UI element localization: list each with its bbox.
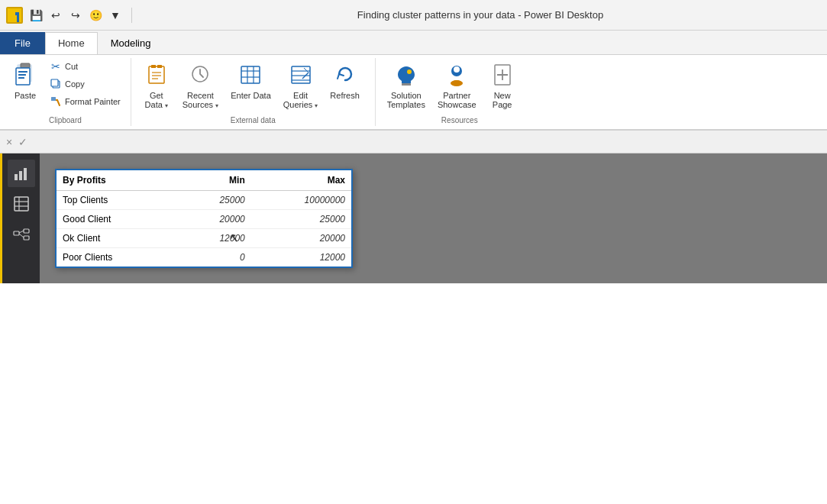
refresh-button[interactable]: Refresh xyxy=(325,58,365,104)
svg-rect-31 xyxy=(402,83,411,86)
svg-rect-46 xyxy=(14,231,19,235)
main-canvas[interactable]: By Profits Min Max Top Clients 25000 100… xyxy=(40,153,827,283)
copy-icon xyxy=(50,78,62,90)
edit-queries-icon xyxy=(287,62,315,89)
ribbon-group-external-data: GetData ▾ RecentSources ▾ xyxy=(131,58,376,126)
svg-point-35 xyxy=(451,80,463,86)
svg-rect-39 xyxy=(15,174,18,180)
paste-button[interactable]: Paste xyxy=(6,58,44,104)
get-data-button[interactable]: GetData ▾ xyxy=(137,58,176,113)
new-page-button[interactable]: NewPage xyxy=(483,58,522,113)
clipboard-group-label: Clipboard xyxy=(6,113,124,126)
svg-rect-21 xyxy=(241,66,260,83)
recent-sources-button[interactable]: RecentSources ▾ xyxy=(177,58,224,113)
solution-templates-button[interactable]: SolutionTemplates xyxy=(382,58,431,113)
cut-button[interactable]: ✂ Cut xyxy=(46,58,124,75)
svg-rect-42 xyxy=(15,197,28,211)
formula-accept-button[interactable]: ✓ xyxy=(18,136,27,148)
svg-rect-7 xyxy=(18,74,26,76)
cell-by-profits: Top Clients xyxy=(57,191,169,210)
external-data-content: GetData ▾ RecentSources ▾ xyxy=(137,58,369,113)
ribbon-group-clipboard: Paste ✂ Cut Copy xyxy=(0,58,131,126)
cell-min: 12000 xyxy=(169,229,251,248)
paste-icon xyxy=(11,62,39,89)
svg-rect-11 xyxy=(51,97,56,101)
partner-showcase-icon xyxy=(443,62,470,89)
table-row[interactable]: Good Client 20000 25000 xyxy=(57,210,351,229)
svg-rect-26 xyxy=(292,66,310,83)
quick-access-toolbar: 💾 ↩ ↪ 🙂 ▼ xyxy=(27,7,124,24)
get-data-label: GetData ▾ xyxy=(145,91,168,109)
ribbon-group-resources: SolutionTemplates PartnerShowcase xyxy=(376,58,544,126)
undo-button[interactable]: ↩ xyxy=(47,7,64,24)
app-logo xyxy=(6,7,23,24)
copy-button[interactable]: Copy xyxy=(46,76,124,92)
svg-rect-4 xyxy=(21,63,30,68)
format-painter-icon xyxy=(50,95,62,108)
solution-templates-icon xyxy=(393,62,420,89)
cell-by-profits: Good Client xyxy=(57,210,169,229)
recent-sources-label: RecentSources ▾ xyxy=(183,91,218,109)
data-table[interactable]: By Profits Min Max Top Clients 25000 100… xyxy=(55,169,353,268)
window-title: Finding cluster patterns in your data - … xyxy=(140,9,821,21)
recent-sources-dropdown-arrow: ▾ xyxy=(215,102,218,109)
tab-file[interactable]: File xyxy=(0,32,45,54)
cell-min: 0 xyxy=(169,248,251,267)
cell-min: 20000 xyxy=(169,210,251,229)
customize-button[interactable]: ▼ xyxy=(107,7,124,24)
sidebar-item-relationship[interactable] xyxy=(8,221,35,248)
column-header-min: Min xyxy=(169,170,251,191)
svg-rect-15 xyxy=(151,65,156,68)
edit-queries-label: EditQueries ▾ xyxy=(283,91,318,109)
table-row[interactable]: Ok Client 12000 20000 ↖ xyxy=(57,229,351,248)
sidebar-item-report[interactable] xyxy=(8,160,35,187)
emoji-button[interactable]: 🙂 xyxy=(87,7,104,24)
redo-button[interactable]: ↪ xyxy=(67,7,84,24)
cut-icon: ✂ xyxy=(50,60,62,73)
format-painter-label: Format Painter xyxy=(65,97,121,106)
svg-rect-2 xyxy=(13,15,17,22)
enter-data-button[interactable]: Enter Data xyxy=(225,58,276,104)
refresh-label: Refresh xyxy=(330,91,360,100)
new-page-label: NewPage xyxy=(493,91,512,109)
svg-rect-47 xyxy=(24,229,29,233)
paste-label: Paste xyxy=(15,91,36,100)
formula-cancel-button[interactable]: × xyxy=(6,136,12,148)
title-divider xyxy=(131,8,132,23)
clipboard-content: Paste ✂ Cut Copy xyxy=(6,58,124,113)
title-bar: 💾 ↩ ↪ 🙂 ▼ Finding cluster patterns in yo… xyxy=(0,0,827,31)
refresh-icon xyxy=(331,62,359,89)
svg-point-32 xyxy=(407,69,412,74)
svg-point-34 xyxy=(454,66,460,73)
svg-rect-48 xyxy=(24,236,29,240)
partner-showcase-button[interactable]: PartnerShowcase xyxy=(432,58,482,113)
get-data-dropdown-arrow: ▾ xyxy=(165,102,168,109)
svg-rect-41 xyxy=(24,168,27,180)
edit-queries-button[interactable]: EditQueries ▾ xyxy=(278,58,324,113)
resources-content: SolutionTemplates PartnerShowcase xyxy=(382,58,538,113)
svg-rect-16 xyxy=(157,65,162,68)
cell-max: 10000000 xyxy=(251,191,351,210)
copy-label: Copy xyxy=(65,79,85,89)
column-header-by-profits: By Profits xyxy=(57,170,169,191)
sidebar-item-data[interactable] xyxy=(8,190,35,218)
svg-rect-10 xyxy=(51,79,58,86)
table-row[interactable]: Poor Clients 0 12000 xyxy=(57,248,351,267)
partner-showcase-label: PartnerShowcase xyxy=(438,91,476,109)
column-header-max: Max xyxy=(251,170,351,191)
table-row[interactable]: Top Clients 25000 10000000 xyxy=(57,191,351,210)
tab-modeling[interactable]: Modeling xyxy=(98,32,164,54)
format-painter-button[interactable]: Format Painter xyxy=(46,93,124,110)
tab-home[interactable]: Home xyxy=(45,32,98,54)
canvas-area: By Profits Min Max Top Clients 25000 100… xyxy=(0,153,827,283)
clipboard-small-buttons: ✂ Cut Copy xyxy=(46,58,124,110)
svg-rect-8 xyxy=(18,77,24,79)
cell-by-profits: Ok Client xyxy=(57,229,169,248)
cut-label: Cut xyxy=(65,62,78,71)
solution-templates-label: SolutionTemplates xyxy=(387,91,425,109)
formula-bar: × ✓ xyxy=(0,131,827,153)
enter-data-label: Enter Data xyxy=(231,91,271,100)
svg-rect-6 xyxy=(18,71,27,73)
save-button[interactable]: 💾 xyxy=(27,7,44,24)
new-page-icon xyxy=(489,62,516,89)
